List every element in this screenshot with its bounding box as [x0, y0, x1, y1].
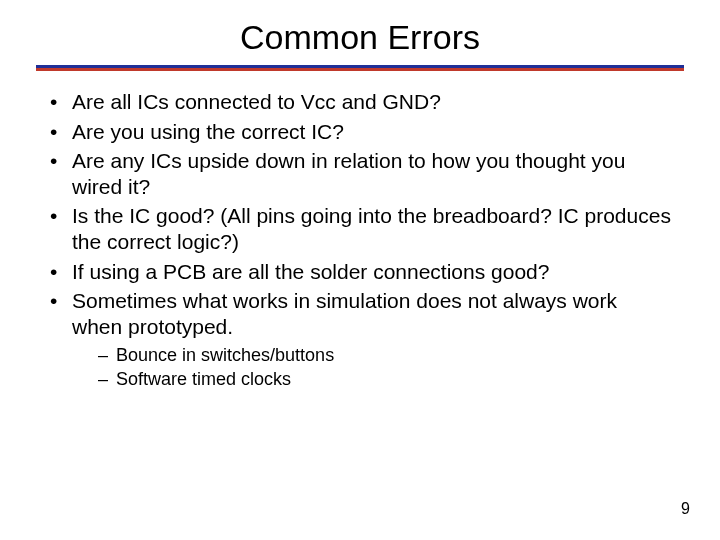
bullet-item: Sometimes what works in simulation does …	[48, 288, 672, 391]
bullet-item: Are any ICs upside down in relation to h…	[48, 148, 672, 199]
bullet-list: Are all ICs connected to Vcc and GND? Ar…	[48, 89, 672, 391]
sub-bullet-item: Software timed clocks	[98, 369, 672, 391]
slide: Common Errors Are all ICs connected to V…	[0, 0, 720, 540]
sub-bullet-item: Bounce in switches/buttons	[98, 345, 672, 367]
bullet-text: Sometimes what works in simulation does …	[72, 289, 617, 338]
sub-bullet-list: Bounce in switches/buttons Software time…	[72, 345, 672, 391]
bullet-item: Is the IC good? (All pins going into the…	[48, 203, 672, 254]
title-underline	[36, 65, 684, 71]
underline-red	[36, 68, 684, 71]
bullet-item: Are all ICs connected to Vcc and GND?	[48, 89, 672, 115]
bullet-item: If using a PCB are all the solder connec…	[48, 259, 672, 285]
slide-title: Common Errors	[0, 0, 720, 65]
bullet-item: Are you using the correct IC?	[48, 119, 672, 145]
page-number: 9	[681, 500, 690, 518]
slide-body: Are all ICs connected to Vcc and GND? Ar…	[0, 71, 720, 391]
